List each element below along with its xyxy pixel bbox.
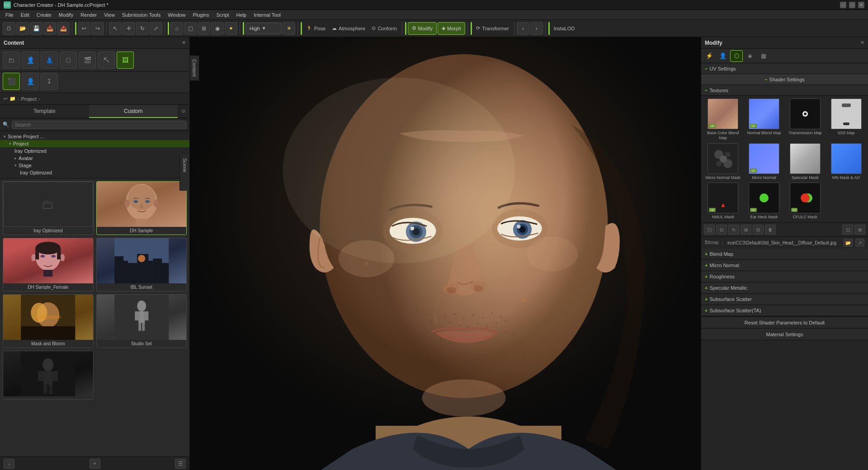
grid-item-dh[interactable]: DH Sample <box>96 181 187 235</box>
tab-custom[interactable]: Custom <box>89 105 178 118</box>
right-panel-scroll-content[interactable]: − UV Settings − Shader Settings − Textur… <box>701 63 868 470</box>
rotate-tool[interactable]: ↻ <box>136 22 149 35</box>
texture-specular[interactable]: Specular Mask <box>786 143 825 180</box>
blend-map-header[interactable]: + Blend Map <box>701 249 868 259</box>
menu-view[interactable]: View <box>100 11 118 19</box>
scene-icon-btn[interactable]: 🎬 <box>79 52 96 69</box>
material-settings-btn[interactable]: Material Settings <box>701 329 868 340</box>
camera-button[interactable]: ◉ <box>211 22 224 35</box>
move-tool[interactable]: ✛ <box>123 22 135 35</box>
icon2-2[interactable]: 👤 <box>22 73 39 90</box>
texture-earneck[interactable]: GD Ear Neck Mask <box>745 183 783 220</box>
subsurface-scatter-header[interactable]: + Subsurface Scatter <box>701 294 868 305</box>
rig-icon-btn[interactable]: ⛏ <box>98 52 115 69</box>
right-tab-sliders[interactable]: ⚡ <box>703 50 716 62</box>
menu-script[interactable]: Script <box>212 11 232 19</box>
content-close-icon[interactable]: ✕ <box>182 40 186 46</box>
select-tool[interactable]: ↖ <box>109 22 122 35</box>
bitmap-show-btn[interactable]: ↗ <box>855 239 864 247</box>
right-tab-material[interactable]: ◈ <box>744 50 756 62</box>
open-button[interactable]: 📂 <box>16 22 29 35</box>
tree-item-iray2[interactable]: Iray Optimized <box>0 169 189 176</box>
tab-settings-icon[interactable]: ⚙ <box>178 105 189 118</box>
bottom-add-btn[interactable]: + <box>90 459 100 469</box>
texture-normal[interactable]: GD Normal Blend Map <box>745 99 783 141</box>
uv-settings-header[interactable]: − UV Settings <box>701 63 868 74</box>
texture-cfulc[interactable]: GD CFULC Mask <box>786 183 825 220</box>
breadcrumb-project[interactable]: Project <box>21 96 37 102</box>
morph-button[interactable]: ◈ Morph <box>438 22 465 35</box>
grid-item-mask[interactable]: Mask and Bloom <box>3 294 94 348</box>
minimize-button[interactable]: ─ <box>840 2 846 8</box>
texture-sss[interactable]: SSS Map <box>827 99 865 141</box>
tex-btn-more2[interactable]: ⊞ <box>854 225 865 235</box>
import-button[interactable]: 📥 <box>43 22 56 35</box>
texture-mnao[interactable]: MN Mask & AO <box>827 143 865 180</box>
breadcrumb-folder-icon[interactable]: 📁 <box>9 96 16 102</box>
instalod-button[interactable]: InstaLOD <box>551 22 577 35</box>
quality-dropdown[interactable]: High ▾ <box>245 23 282 34</box>
light-button[interactable]: ✦ <box>225 22 237 35</box>
content-vertical-tab[interactable]: Content <box>189 55 199 81</box>
textures-header[interactable]: − Textures <box>701 85 868 96</box>
modify-close-icon[interactable]: ✕ <box>860 40 864 46</box>
atmosphere-button[interactable]: ☁ Atmosphere <box>329 22 368 35</box>
tex-btn-resize[interactable]: ⬛ <box>704 225 715 235</box>
tex-btn-delete[interactable]: 🗑 <box>765 225 776 235</box>
icon2-3[interactable]: ↧ <box>41 73 58 90</box>
shader-settings-header[interactable]: − Shader Settings <box>701 74 868 85</box>
save-button[interactable]: 💾 <box>30 22 42 35</box>
arrow-left[interactable]: ‹ <box>517 22 529 35</box>
tex-btn-rotate[interactable]: ↻ <box>728 225 739 235</box>
grid-button[interactable]: ⊞ <box>198 22 210 35</box>
new-button[interactable]: 🗋 <box>3 22 15 35</box>
menu-internal-tool[interactable]: Internal Tool <box>250 11 284 19</box>
texture-micronormal[interactable]: GD Micro Normal <box>745 143 783 180</box>
redo-button[interactable]: ↪ <box>91 22 104 35</box>
sun-button[interactable]: ☀ <box>283 22 295 35</box>
search-input[interactable] <box>12 121 187 129</box>
bottom-list-btn[interactable]: ☰ <box>175 459 186 469</box>
modify-button[interactable]: ⚙ Modify <box>408 22 437 35</box>
tex-btn-copy[interactable]: ⊞ <box>741 225 751 235</box>
clothing-icon-btn[interactable]: 👗 <box>41 52 58 69</box>
menu-render[interactable]: Render <box>77 11 100 19</box>
pose-button[interactable]: 🏃 Pose <box>303 22 328 35</box>
bottom-down-btn[interactable]: ↓ <box>4 459 14 469</box>
avatar-icon-btn[interactable]: 👤 <box>22 52 39 69</box>
tex-btn-crop[interactable]: ⊡ <box>716 225 727 235</box>
bitmap-open-btn[interactable]: 📂 <box>844 239 853 247</box>
icon2-1[interactable]: ⬛ <box>3 73 20 90</box>
menu-window[interactable]: Window <box>164 11 189 19</box>
folder-icon-btn[interactable]: 🗀 <box>3 52 20 69</box>
conform-button[interactable]: ⊙ Conform <box>369 22 399 35</box>
undo-button[interactable]: ↩ <box>78 22 90 35</box>
back-arrow-icon[interactable]: ↩ <box>4 96 8 102</box>
menu-create[interactable]: Create <box>33 11 55 19</box>
tree-item-project[interactable]: ▾ Project <box>0 140 189 147</box>
tree-item-avatar[interactable]: ▸ Avatar <box>0 155 189 162</box>
grid-item-studio[interactable]: Studio Set <box>96 294 187 348</box>
menu-submission-tools[interactable]: Submission Tools <box>118 11 164 19</box>
texture-micronormal-mask[interactable]: Micro Normal Mask <box>704 143 742 180</box>
grid-item-ibl[interactable]: IBL Sunset <box>96 238 187 291</box>
viewport[interactable] <box>190 37 701 470</box>
right-tab-mesh[interactable]: ⬡ <box>730 50 743 62</box>
reset-shader-btn[interactable]: Reset Shader Parameters to Default <box>701 317 868 329</box>
right-tab-figure[interactable]: 👤 <box>717 50 729 62</box>
right-tab-checker[interactable]: ▦ <box>757 50 770 62</box>
texture-transmission[interactable]: Transmission Map <box>786 99 825 141</box>
export-button[interactable]: 📤 <box>57 22 70 35</box>
tree-item-stage[interactable]: ▾ Stage <box>0 162 189 169</box>
home-view[interactable]: ⌂ <box>170 22 183 35</box>
tex-btn-paste[interactable]: ⊟ <box>753 225 764 235</box>
close-button[interactable]: ✕ <box>858 2 864 8</box>
texture-base-color[interactable]: GD Base Color Blend Map <box>704 99 742 141</box>
menu-modify[interactable]: Modify <box>55 11 77 19</box>
micro-normal-header[interactable]: + Micro Normal <box>701 260 868 271</box>
frame-button[interactable]: ▢ <box>184 22 197 35</box>
arrow-right[interactable]: › <box>530 22 543 35</box>
tree-item-iray1[interactable]: Iray Optimized <box>0 147 189 155</box>
grid-item-dark[interactable] <box>3 351 94 400</box>
subsurface-scatter-ta-header[interactable]: + Subsurface Scatter(TA) <box>701 305 868 316</box>
